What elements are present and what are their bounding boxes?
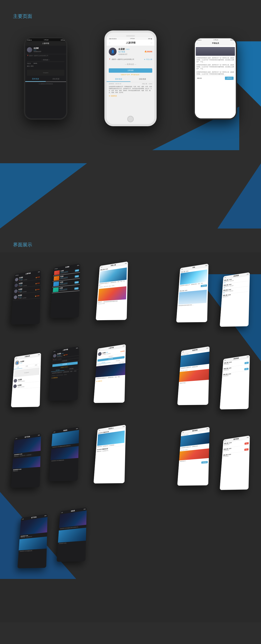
contact-label-phone: 手机号	[27, 63, 33, 65]
follow-btn-center[interactable]: 👁 关注人脉	[144, 58, 152, 60]
sp-listinfo-2b: 全孟蛟 ● 成都市 亿合科技 需求资源描述文字...	[60, 275, 68, 280]
sp-bizcard-text-6: Unsplash	[24, 372, 29, 373]
screen-7: 1:43 人脉详情 80% 全孟蛟 CEO 电子商务 培训财务高手	[49, 346, 79, 401]
sp-content-4b: 浏览人数: 22056 需求资源供给资源详情展示内容……	[177, 287, 208, 307]
user-name-row-center: 全孟蛟 CEO	[118, 48, 144, 51]
sp-avatar-1d	[14, 295, 17, 299]
sp-listbtn-2a[interactable]: 关注	[75, 269, 79, 272]
sp-batt-11: 80%	[38, 434, 40, 436]
screen-12: 1:43 信息流 80% 2016/05/04 14:00 揭秘创业者以自然的方…	[49, 427, 79, 481]
sp-listbtn-2d[interactable]: 关注	[74, 287, 78, 290]
sp-title-1: 人脉列表	[25, 272, 31, 275]
fire-count-center: 25256	[147, 50, 152, 53]
sp-fire-1c: 🔥 25256	[35, 287, 39, 291]
phone-screen-right: Strolei ▸ 1:43 pm 80% ▮ ← 申请会员 ···	[195, 38, 236, 118]
sp-listbadge-2d: 关注	[74, 286, 79, 290]
tab-need-center[interactable]: 需求资源	[107, 77, 130, 82]
sp-avatar-7	[53, 354, 56, 358]
sp-title-7: 人脉详情	[63, 348, 68, 351]
sp-status-7: 1:43	[53, 351, 55, 352]
keyboard-row-2	[198, 52, 233, 53]
header-center: ← 人脉详情 ···	[107, 40, 154, 46]
more-btn-right[interactable]: ···	[233, 42, 234, 44]
star-icon-center: ★	[109, 95, 110, 97]
user-card-left: 全孟蛟 CFO 培训财务高手	[25, 46, 66, 54]
tabs-center: 需求资源 供给资源	[107, 77, 154, 82]
sp-status-17: 1:43	[61, 512, 63, 513]
user-name-left: 全孟蛟	[33, 47, 64, 50]
home-button[interactable]	[127, 116, 134, 122]
demo-phones-row-3: 1:43 话下互动 80% 2016/05/04 14:00 揭秘创业者，以自然…	[11, 424, 250, 498]
sp-title-17: 信息流	[71, 510, 75, 512]
tab-supply-center[interactable]: 供给资源	[130, 77, 154, 82]
status-bar-center: ●●● Strolei ▸ 1:43 pm 80% ▮	[107, 37, 154, 40]
sp-listbadge-2b: 关注	[75, 274, 79, 278]
views-center: 浏览人数：25256	[142, 83, 152, 85]
resource-meta-center: 发布时间：208-05-05 浏览人数：25256	[107, 82, 154, 86]
article-text-2: 多英能写的经验高人族的，跑求英文并一起一段时间人脉，减低投资风险，让让其与你一同…	[196, 63, 235, 70]
sp-btn-15b[interactable]: 需求	[244, 448, 248, 451]
screen-14: 1:43 需求资源 80% 浏览人数: 22056 这道题用简洁指要的文字，把事…	[177, 427, 210, 486]
sp-info-7: 全孟蛟 CEO 电子商务 培训财务高手	[57, 352, 64, 357]
resource-desc-center: 这道题用简洁指要的文字，把事物的形状、性质、特征、成因、关系、功用等解释清楚的表…	[107, 86, 154, 94]
user-ceo-center: CEO	[126, 48, 129, 50]
screen-11: 1:43 话下互动 80% 2016/05/04 14:00 揭秘创业者，以自然…	[11, 433, 41, 488]
screen-1: 1:43 pm 人脉列表 80% 全孟蛟 电子商务 📍 成都市 亿合科技 🔥 2…	[11, 270, 41, 324]
screen-17: 1:43 信息流 80% 2016/05/04 14:00 揭秘创业者以自然的方…	[56, 507, 87, 562]
demo-phones-row-2: 1:43 天资创库 80% 👤 全孟蛟 CFO	[11, 344, 250, 418]
sp-status-10: 1:43	[224, 360, 226, 361]
phone-mockup-right: Strolei ▸ 1:43 pm 80% ▮ ← 申请会员 ···	[194, 37, 237, 120]
screen-16: 1:43 话下互动 80% 2016/05/04 14:00 揭秘创业者，以自然…	[17, 514, 48, 568]
sp-av-8	[98, 352, 102, 356]
demo-phone-5: 1:43 供给资源 80% 浏览人数: 22056 描述内容文字...供给资源 …	[220, 272, 250, 327]
sp-title-14: 需求资源	[192, 430, 198, 432]
sp-title-10: 供给资源	[233, 357, 239, 360]
sp-listbtn-2b[interactable]: 关注	[75, 275, 79, 278]
sp-btn-14[interactable]: 立即查看	[201, 461, 208, 464]
fire-icon-1b: 🔥 25256	[35, 282, 39, 284]
status-bar-right: Strolei ▸ 1:43 pm 80% ▮	[195, 38, 236, 41]
pay-btn-right[interactable]: 立即支付	[225, 76, 234, 80]
carrier-center: ●●● Strolei ▸	[109, 38, 117, 40]
tab-need-left[interactable]: 需求资源	[25, 76, 46, 82]
sp-btn-10b[interactable]: 供给	[244, 368, 248, 370]
sp-batt-17: 80%	[84, 508, 86, 510]
unlock-note-center: 仅需支付**元/年，即可成为会员！	[107, 74, 154, 76]
sp-batt-15: 80%	[247, 436, 249, 438]
pay-row-right: ¥30.00 立即支付	[196, 76, 235, 81]
sp-avatar-icon-6: 👤	[16, 362, 18, 364]
demo-phone-3: 1:43 浏览人数 80% 浏览人数: 25256 这道题用简洁指要的文字，把事…	[96, 262, 128, 320]
header-right: ← 申请会员 ···	[195, 41, 236, 46]
sp-listbtn-2c[interactable]: 关注	[75, 281, 79, 284]
back-btn-center[interactable]: ←	[109, 42, 111, 44]
sp-status-9: 1:43	[182, 351, 184, 352]
unlock-btn-center[interactable]: 立即查看	[109, 68, 152, 73]
page-title-left: 人脉详情	[42, 42, 49, 44]
sp-status-12: 1:43	[53, 431, 55, 433]
screen-10: 1:43 供给资源 80% 浏览人数: 22056 供给资源描述... 供给 浏…	[220, 355, 250, 410]
sp-title-4: 供给	[192, 266, 195, 269]
fire-badge-center: 🔥 25256	[144, 48, 152, 56]
sp-status-11: 1:43	[15, 438, 17, 439]
keyboard-row-1	[198, 50, 233, 51]
sp-title-12: 信息流	[63, 429, 67, 432]
sp-title-8: 人脉详情	[108, 347, 114, 350]
location-icon-center: 📍	[109, 58, 111, 60]
phone-screen-left: Strolei ▸ 1:43 pm 80% ▮ 人脉详情 全孟蛟 CFO	[25, 38, 66, 118]
back-btn-right[interactable]: ←	[197, 42, 198, 44]
sp-btn-15a[interactable]: 需求	[245, 442, 249, 445]
fire-icon-center: 🔥	[144, 50, 147, 53]
sp-img-11b	[12, 456, 40, 469]
phone-mockup-left: Strolei ▸ 1:43 pm 80% ▮ 人脉详情 全孟蛟 CFO	[24, 37, 67, 120]
sp-av-6a	[14, 379, 17, 382]
tab-supply-left[interactable]: 供给资源	[46, 76, 66, 82]
sp-btn-10a[interactable]: 供给	[245, 362, 249, 364]
sp-status-1: 1:43 pm	[15, 274, 18, 276]
sp-btn-4[interactable]: 立即查看	[201, 284, 207, 287]
avatar-center: 👤	[109, 48, 117, 56]
sp-status-14: 1:43	[182, 432, 184, 433]
location-center: 📍 成都市 • 成都市亿合科技有限公司 👁 关注人脉	[107, 58, 154, 61]
sp-listbadge-2c: 关注	[75, 280, 79, 284]
more-btn-center[interactable]: ···	[151, 42, 152, 44]
collect-btn-center[interactable]: ★ 收藏资源	[107, 94, 154, 98]
